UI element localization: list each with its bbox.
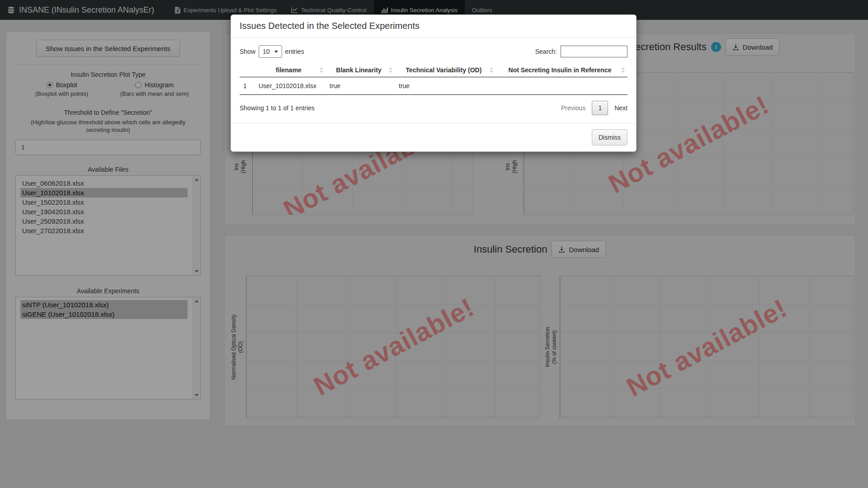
search-input[interactable] xyxy=(561,46,627,57)
sort-icon xyxy=(490,67,494,73)
column-header-technical-variability[interactable]: Technical Variability (OD) xyxy=(395,63,496,77)
pagination-next[interactable]: Next xyxy=(614,104,627,112)
column-header-filename[interactable]: filename xyxy=(255,63,326,77)
sort-icon xyxy=(320,67,324,73)
pagination: Previous 1 Next xyxy=(561,101,627,115)
issues-modal: Issues Detected in the Selected Experime… xyxy=(231,14,637,152)
cell-technical-variability: true xyxy=(395,77,496,95)
page-length-control: Show 10 entries xyxy=(240,45,304,58)
cell-not-secreting xyxy=(496,77,627,95)
column-header-label: Blank Linearity xyxy=(336,66,381,74)
table-header-row: filename Blank Linearity Technical Varia… xyxy=(240,63,627,77)
search-label: Search: xyxy=(535,48,557,55)
dismiss-button[interactable]: Dismiss xyxy=(592,129,627,145)
column-header-not-secreting[interactable]: Not Secreting Insulin in Reference xyxy=(496,63,627,77)
cell-blank-linearity: true xyxy=(326,77,395,95)
page-length-value: 10 xyxy=(263,48,270,55)
modal-footer: Dismiss xyxy=(231,123,636,151)
cell-filename: User_10102018.xlsx xyxy=(255,77,326,95)
cell-index: 1 xyxy=(240,77,255,95)
table-row[interactable]: 1 User_10102018.xlsx true true xyxy=(240,77,627,95)
column-header-label: Not Secreting Insulin in Reference xyxy=(509,66,612,74)
table-search: Search: xyxy=(535,46,627,57)
modal-title: Issues Detected in the Selected Experime… xyxy=(240,21,627,31)
pagination-page-1[interactable]: 1 xyxy=(592,101,608,115)
column-header-label: Technical Variability (OD) xyxy=(406,66,482,74)
column-header-label: filename xyxy=(276,66,302,74)
issues-table: filename Blank Linearity Technical Varia… xyxy=(240,63,627,95)
modal-header: Issues Detected in the Selected Experime… xyxy=(231,15,636,38)
modal-body: Show 10 entries Search: filename xyxy=(231,38,636,123)
page-length-select[interactable]: 10 xyxy=(259,45,282,58)
column-header-blank-linearity[interactable]: Blank Linearity xyxy=(326,63,395,77)
sort-icon xyxy=(621,67,625,73)
chevron-down-icon xyxy=(274,51,278,53)
table-info: Showing 1 to 1 of 1 entries xyxy=(240,104,315,112)
entries-label: entries xyxy=(285,48,304,55)
column-header-index xyxy=(240,63,255,77)
show-label: Show xyxy=(240,48,255,55)
sort-icon xyxy=(389,67,393,73)
pagination-previous[interactable]: Previous xyxy=(561,104,585,112)
